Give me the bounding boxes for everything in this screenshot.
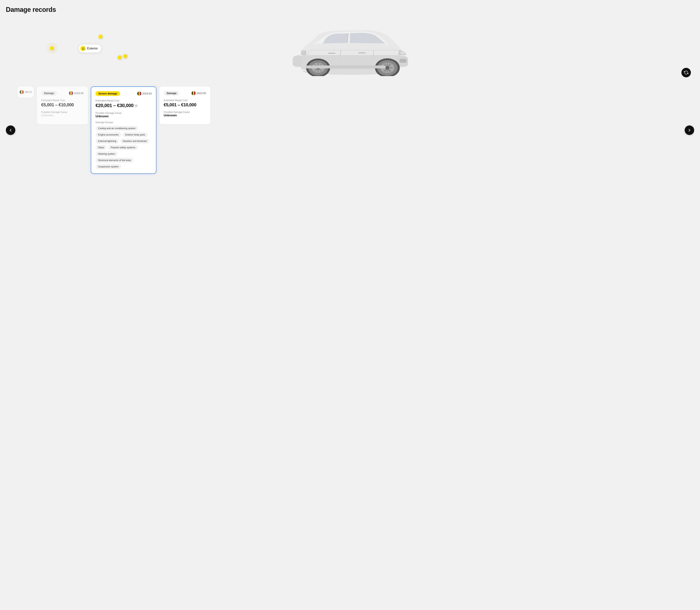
flag-romania-2018	[69, 91, 73, 95]
card-2018-year: 2018-05	[74, 92, 83, 95]
damage-group-tag: Engine accessories	[96, 132, 121, 137]
svg-rect-31	[305, 65, 386, 68]
page-title: Damage records	[6, 6, 694, 14]
damage-group-tag: Steering system	[96, 151, 118, 156]
card-2023-repair-cost: €5,001 – €10,000	[164, 102, 206, 108]
card-2019-header: Severe damage 2019-03	[96, 91, 152, 96]
car-svg	[286, 23, 414, 76]
flag-romania-2023	[192, 91, 196, 95]
card-2019-year: 2019-03	[142, 92, 152, 95]
svg-point-22	[386, 66, 389, 70]
car-svg-area: Exterior	[6, 19, 694, 81]
card-2018-header: Damage 2018-05	[41, 91, 83, 96]
exterior-tooltip[interactable]: Exterior	[79, 45, 101, 52]
exterior-tooltip-label: Exterior	[87, 47, 98, 50]
svg-point-33	[83, 49, 83, 49]
cards-section: 2017-04 Damage 2018-05 Estimated Repair …	[6, 85, 694, 175]
card-2018-cause-value: Unknown	[41, 114, 83, 117]
card-2019-tags: Cooling and air conditioning systemEngin…	[96, 126, 152, 169]
warning-icon	[81, 46, 86, 51]
card-2023-header: Damage 2023-05	[164, 91, 206, 96]
damage-group-tag: Gearbox and drivetrain	[120, 139, 149, 144]
card-2019-repair-cost: €20,001 – €30,000?	[96, 103, 152, 108]
svg-rect-5	[328, 53, 336, 54]
card-2018-repair-cost: €5,001 – €10,000	[41, 102, 83, 108]
damage-group-tag: Structural elements of the body	[96, 158, 133, 163]
card-2023-flag: 2023-05	[192, 91, 206, 95]
card-2019[interactable]: Severe damage 2019-03 Estimated Repair C…	[91, 86, 157, 174]
card-2018-cause-label: Possible Damage Cause	[41, 111, 83, 113]
card-2018-badge: Damage	[41, 91, 57, 96]
svg-rect-6	[358, 52, 365, 53]
card-2018-flag: 2018-05	[69, 91, 83, 95]
damage-group-tag: Cooling and air conditioning system	[96, 126, 138, 131]
card-2023[interactable]: Damage 2023-05 Estimated Repair Cost €5,…	[159, 86, 210, 124]
card-2019-flag: 2019-03	[137, 92, 152, 96]
card-2017-year: 2017-04	[20, 90, 32, 94]
card-2019-badge: Severe damage	[96, 91, 120, 96]
card-2019-repair-label: Estimated Repair Cost	[96, 99, 152, 102]
flag-romania-2017	[20, 90, 24, 94]
card-2018-repair-label: Estimated Repair Cost	[41, 99, 83, 101]
card-2023-year: 2023-05	[197, 92, 206, 95]
flag-romania-2019	[137, 92, 141, 96]
card-2023-cause-label: Possible Damage Cause	[164, 111, 206, 113]
card-2023-repair-label: Estimated Repair Cost	[164, 99, 206, 101]
card-2019-groups-label: Damage Groups	[96, 121, 152, 124]
damage-dot-left[interactable]	[50, 46, 55, 51]
damage-group-tag: Glass	[96, 145, 107, 150]
damage-group-tag: Exterior body parts	[123, 132, 148, 137]
card-2019-cause-value: Unknown	[96, 115, 152, 118]
damage-group-tag: External lightning	[96, 139, 119, 144]
card-2017-partial: 2017-04	[17, 86, 34, 98]
info-icon[interactable]: ?	[134, 104, 137, 108]
card-2018[interactable]: Damage 2018-05 Estimated Repair Cost €5,…	[37, 86, 88, 124]
rotate-button[interactable]	[681, 68, 691, 77]
cards-wrapper: 2017-04 Damage 2018-05 Estimated Repair …	[6, 85, 694, 175]
nav-arrow-left[interactable]	[6, 126, 15, 135]
damage-group-tag: Suspension system	[96, 164, 121, 169]
svg-point-11	[400, 51, 405, 54]
car-visualization: Exterior	[6, 19, 694, 81]
card-2023-cause-value: Unknown	[164, 114, 206, 117]
damage-group-tag: Passive safety systems	[108, 145, 138, 150]
card-2019-cause-label: Possible Damage Cause	[96, 112, 152, 114]
card-2023-badge: Damage	[164, 91, 179, 96]
nav-arrow-right[interactable]	[685, 126, 694, 135]
